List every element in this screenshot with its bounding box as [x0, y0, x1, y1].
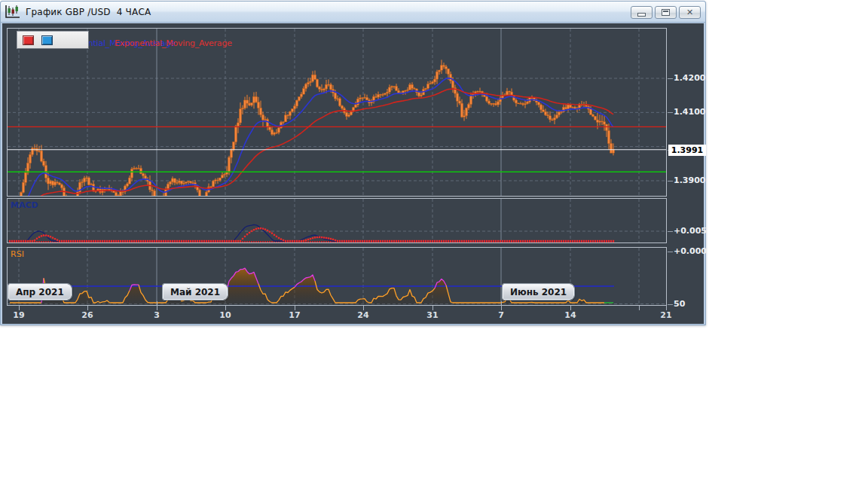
window-titlebar[interactable]: График GBP /USD 4 ЧАСА ✕ — [1, 2, 705, 23]
chart-content-area: Exponential_Moving_Average Exponential_M… — [2, 23, 704, 324]
current-price-tag: 1.3991 — [668, 145, 706, 156]
blue-square-button[interactable] — [41, 35, 53, 45]
date-axis-label: 24 — [357, 310, 368, 320]
close-icon: ✕ — [686, 8, 693, 17]
restore-icon — [662, 9, 670, 16]
price-axis-label: 1.4100 — [674, 107, 705, 117]
date-axis-label: 10 — [219, 310, 231, 320]
date-tick — [639, 306, 640, 310]
macd-label: MACD — [11, 200, 38, 210]
rsi-axis-label: 50 — [674, 299, 685, 309]
red-square-button[interactable] — [23, 35, 34, 45]
date-axis-label: 26 — [81, 310, 93, 320]
minimize-icon — [637, 13, 646, 17]
date-tick — [157, 301, 157, 310]
macd-tick — [668, 231, 673, 232]
candlestick-chart-icon — [5, 5, 21, 20]
price-tick — [668, 181, 673, 181]
date-axis-label: 17 — [289, 310, 300, 320]
macd-canvas[interactable] — [8, 199, 666, 242]
legend-ema-slow: Exponential_Moving_Average — [115, 38, 232, 48]
minimize-button[interactable] — [631, 6, 653, 19]
price-axis-label: 1.3900 — [674, 175, 705, 185]
month-badge: Май 2021 — [163, 284, 228, 300]
price-tick — [668, 112, 673, 113]
month-badge: Июнь 2021 — [503, 284, 574, 300]
date-tick — [501, 301, 502, 310]
macd-axis-label: +0.005 — [674, 226, 707, 236]
chart-window: График GBP /USD 4 ЧАСА ✕ Exponential_Mov… — [0, 1, 706, 325]
date-axis-label: 14 — [564, 310, 576, 320]
price-chart-canvas[interactable] — [8, 29, 666, 196]
price-axis-label: 1.4200 — [674, 73, 705, 83]
date-axis-label: 21 — [660, 310, 671, 320]
rsi-tick — [668, 304, 673, 305]
month-badge: Апр 2021 — [8, 284, 72, 300]
window-title: График GBP /USD 4 ЧАСА — [26, 7, 151, 17]
date-axis-label: 7 — [498, 310, 504, 320]
close-button[interactable]: ✕ — [679, 6, 701, 19]
macd-tick — [668, 252, 673, 252]
date-axis-label: 19 — [13, 310, 24, 320]
indicator-buttons-panel — [17, 31, 89, 49]
macd-axis-label: +0.000 — [674, 246, 707, 256]
rsi-label: RSI — [11, 249, 24, 259]
date-axis-label: 31 — [426, 310, 438, 320]
macd-panel[interactable]: MACD — [7, 198, 667, 243]
price-chart-panel[interactable]: Exponential_Moving_Average Exponential_M… — [7, 28, 667, 197]
date-axis-label: 3 — [154, 310, 160, 320]
restore-button[interactable] — [655, 6, 677, 19]
price-tick — [668, 78, 673, 79]
